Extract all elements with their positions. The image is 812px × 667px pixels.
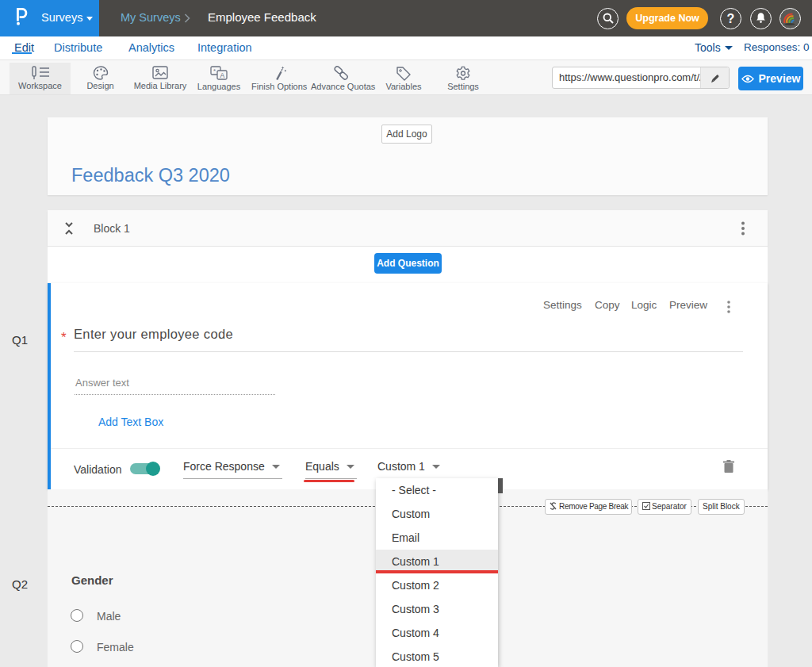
svg-text:A: A	[220, 71, 225, 79]
svg-text:*: *	[213, 67, 216, 75]
